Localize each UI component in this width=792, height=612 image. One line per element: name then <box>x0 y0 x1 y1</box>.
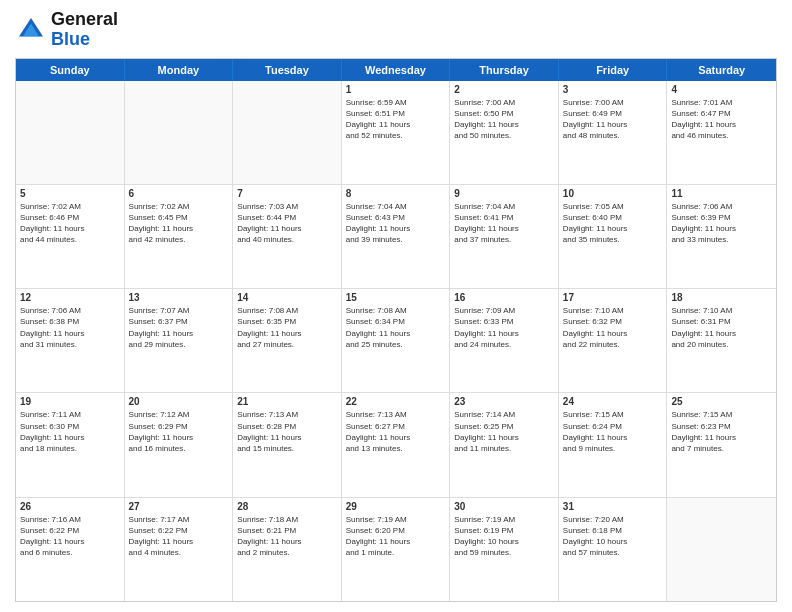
day-number: 1 <box>346 84 446 95</box>
day-info: Sunrise: 7:00 AMSunset: 6:50 PMDaylight:… <box>454 97 554 142</box>
day-info: Sunrise: 7:00 AMSunset: 6:49 PMDaylight:… <box>563 97 663 142</box>
weekday-header-friday: Friday <box>559 59 668 81</box>
calendar-cell <box>16 81 125 184</box>
calendar-cell: 29Sunrise: 7:19 AMSunset: 6:20 PMDayligh… <box>342 498 451 601</box>
calendar-cell: 31Sunrise: 7:20 AMSunset: 6:18 PMDayligh… <box>559 498 668 601</box>
calendar-cell: 27Sunrise: 7:17 AMSunset: 6:22 PMDayligh… <box>125 498 234 601</box>
calendar-cell: 2Sunrise: 7:00 AMSunset: 6:50 PMDaylight… <box>450 81 559 184</box>
calendar-cell: 24Sunrise: 7:15 AMSunset: 6:24 PMDayligh… <box>559 393 668 496</box>
calendar-row-4: 26Sunrise: 7:16 AMSunset: 6:22 PMDayligh… <box>16 497 776 601</box>
day-number: 15 <box>346 292 446 303</box>
day-info: Sunrise: 7:04 AMSunset: 6:41 PMDaylight:… <box>454 201 554 246</box>
calendar-cell: 10Sunrise: 7:05 AMSunset: 6:40 PMDayligh… <box>559 185 668 288</box>
calendar-cell: 17Sunrise: 7:10 AMSunset: 6:32 PMDayligh… <box>559 289 668 392</box>
day-info: Sunrise: 7:10 AMSunset: 6:31 PMDaylight:… <box>671 305 772 350</box>
day-number: 19 <box>20 396 120 407</box>
day-number: 13 <box>129 292 229 303</box>
calendar-cell: 8Sunrise: 7:04 AMSunset: 6:43 PMDaylight… <box>342 185 451 288</box>
calendar-cell: 19Sunrise: 7:11 AMSunset: 6:30 PMDayligh… <box>16 393 125 496</box>
day-number: 4 <box>671 84 772 95</box>
calendar-cell: 12Sunrise: 7:06 AMSunset: 6:38 PMDayligh… <box>16 289 125 392</box>
day-number: 23 <box>454 396 554 407</box>
day-number: 16 <box>454 292 554 303</box>
day-info: Sunrise: 7:04 AMSunset: 6:43 PMDaylight:… <box>346 201 446 246</box>
day-info: Sunrise: 7:02 AMSunset: 6:46 PMDaylight:… <box>20 201 120 246</box>
day-number: 7 <box>237 188 337 199</box>
calendar-cell: 22Sunrise: 7:13 AMSunset: 6:27 PMDayligh… <box>342 393 451 496</box>
logo-general: General <box>51 9 118 29</box>
day-info: Sunrise: 7:07 AMSunset: 6:37 PMDaylight:… <box>129 305 229 350</box>
day-number: 24 <box>563 396 663 407</box>
calendar-body: 1Sunrise: 6:59 AMSunset: 6:51 PMDaylight… <box>16 81 776 601</box>
calendar-cell <box>667 498 776 601</box>
calendar-row-3: 19Sunrise: 7:11 AMSunset: 6:30 PMDayligh… <box>16 392 776 496</box>
calendar-cell <box>233 81 342 184</box>
calendar-row-2: 12Sunrise: 7:06 AMSunset: 6:38 PMDayligh… <box>16 288 776 392</box>
weekday-header-sunday: Sunday <box>16 59 125 81</box>
day-number: 27 <box>129 501 229 512</box>
day-number: 21 <box>237 396 337 407</box>
calendar-cell: 13Sunrise: 7:07 AMSunset: 6:37 PMDayligh… <box>125 289 234 392</box>
day-info: Sunrise: 7:19 AMSunset: 6:20 PMDaylight:… <box>346 514 446 559</box>
day-number: 6 <box>129 188 229 199</box>
day-info: Sunrise: 7:09 AMSunset: 6:33 PMDaylight:… <box>454 305 554 350</box>
calendar-cell: 30Sunrise: 7:19 AMSunset: 6:19 PMDayligh… <box>450 498 559 601</box>
day-number: 10 <box>563 188 663 199</box>
day-info: Sunrise: 7:06 AMSunset: 6:38 PMDaylight:… <box>20 305 120 350</box>
calendar-cell: 5Sunrise: 7:02 AMSunset: 6:46 PMDaylight… <box>16 185 125 288</box>
weekday-header-saturday: Saturday <box>667 59 776 81</box>
day-info: Sunrise: 7:15 AMSunset: 6:23 PMDaylight:… <box>671 409 772 454</box>
page: General Blue SundayMondayTuesdayWednesda… <box>0 0 792 612</box>
day-number: 31 <box>563 501 663 512</box>
day-number: 2 <box>454 84 554 95</box>
calendar-cell: 16Sunrise: 7:09 AMSunset: 6:33 PMDayligh… <box>450 289 559 392</box>
weekday-header-wednesday: Wednesday <box>342 59 451 81</box>
day-info: Sunrise: 7:14 AMSunset: 6:25 PMDaylight:… <box>454 409 554 454</box>
day-number: 8 <box>346 188 446 199</box>
calendar-cell: 20Sunrise: 7:12 AMSunset: 6:29 PMDayligh… <box>125 393 234 496</box>
day-info: Sunrise: 7:10 AMSunset: 6:32 PMDaylight:… <box>563 305 663 350</box>
day-info: Sunrise: 6:59 AMSunset: 6:51 PMDaylight:… <box>346 97 446 142</box>
calendar-cell: 9Sunrise: 7:04 AMSunset: 6:41 PMDaylight… <box>450 185 559 288</box>
weekday-header-tuesday: Tuesday <box>233 59 342 81</box>
calendar-cell: 25Sunrise: 7:15 AMSunset: 6:23 PMDayligh… <box>667 393 776 496</box>
day-number: 17 <box>563 292 663 303</box>
day-info: Sunrise: 7:13 AMSunset: 6:27 PMDaylight:… <box>346 409 446 454</box>
day-info: Sunrise: 7:03 AMSunset: 6:44 PMDaylight:… <box>237 201 337 246</box>
day-info: Sunrise: 7:08 AMSunset: 6:35 PMDaylight:… <box>237 305 337 350</box>
day-number: 18 <box>671 292 772 303</box>
calendar-cell: 11Sunrise: 7:06 AMSunset: 6:39 PMDayligh… <box>667 185 776 288</box>
day-info: Sunrise: 7:20 AMSunset: 6:18 PMDaylight:… <box>563 514 663 559</box>
calendar-cell: 28Sunrise: 7:18 AMSunset: 6:21 PMDayligh… <box>233 498 342 601</box>
day-number: 25 <box>671 396 772 407</box>
day-number: 9 <box>454 188 554 199</box>
day-info: Sunrise: 7:02 AMSunset: 6:45 PMDaylight:… <box>129 201 229 246</box>
calendar-cell: 26Sunrise: 7:16 AMSunset: 6:22 PMDayligh… <box>16 498 125 601</box>
day-number: 30 <box>454 501 554 512</box>
calendar-cell: 23Sunrise: 7:14 AMSunset: 6:25 PMDayligh… <box>450 393 559 496</box>
logo-icon <box>15 14 47 46</box>
day-number: 29 <box>346 501 446 512</box>
calendar-cell: 21Sunrise: 7:13 AMSunset: 6:28 PMDayligh… <box>233 393 342 496</box>
day-info: Sunrise: 7:12 AMSunset: 6:29 PMDaylight:… <box>129 409 229 454</box>
day-number: 26 <box>20 501 120 512</box>
day-number: 3 <box>563 84 663 95</box>
day-info: Sunrise: 7:13 AMSunset: 6:28 PMDaylight:… <box>237 409 337 454</box>
day-info: Sunrise: 7:17 AMSunset: 6:22 PMDaylight:… <box>129 514 229 559</box>
logo-blue: Blue <box>51 29 90 49</box>
day-number: 22 <box>346 396 446 407</box>
day-info: Sunrise: 7:05 AMSunset: 6:40 PMDaylight:… <box>563 201 663 246</box>
header: General Blue <box>15 10 777 50</box>
logo: General Blue <box>15 10 118 50</box>
calendar-cell: 15Sunrise: 7:08 AMSunset: 6:34 PMDayligh… <box>342 289 451 392</box>
day-number: 20 <box>129 396 229 407</box>
calendar-cell <box>125 81 234 184</box>
calendar-row-1: 5Sunrise: 7:02 AMSunset: 6:46 PMDaylight… <box>16 184 776 288</box>
day-info: Sunrise: 7:01 AMSunset: 6:47 PMDaylight:… <box>671 97 772 142</box>
calendar-cell: 7Sunrise: 7:03 AMSunset: 6:44 PMDaylight… <box>233 185 342 288</box>
day-number: 12 <box>20 292 120 303</box>
calendar-cell: 6Sunrise: 7:02 AMSunset: 6:45 PMDaylight… <box>125 185 234 288</box>
logo-text: General Blue <box>51 10 118 50</box>
weekday-header-thursday: Thursday <box>450 59 559 81</box>
calendar-row-0: 1Sunrise: 6:59 AMSunset: 6:51 PMDaylight… <box>16 81 776 184</box>
